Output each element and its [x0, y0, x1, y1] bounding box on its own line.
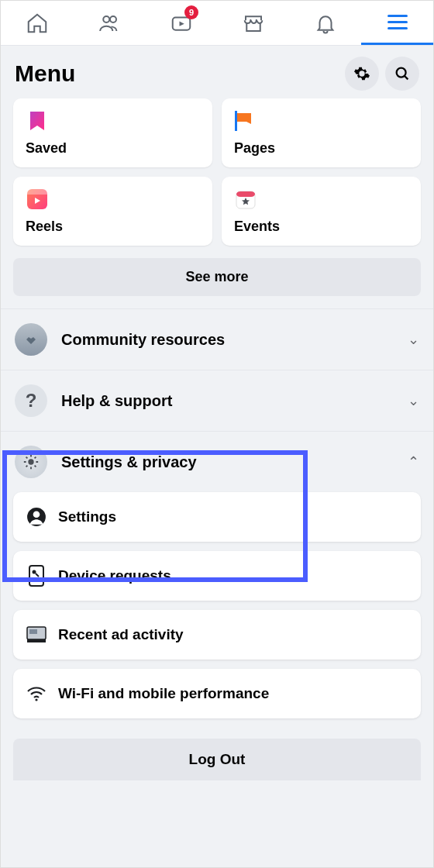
- subitem-wifi-mobile-performance[interactable]: Wi-Fi and mobile performance: [13, 669, 421, 718]
- shortcut-tiles: Saved Pages Reels Events: [1, 98, 433, 258]
- handshake-icon: [15, 323, 47, 356]
- wifi-icon: [26, 683, 47, 704]
- svg-point-17: [35, 698, 37, 701]
- marketplace-icon: [242, 12, 265, 35]
- menu-header: Menu: [1, 46, 433, 98]
- svg-rect-8: [236, 191, 255, 197]
- svg-rect-16: [27, 639, 46, 642]
- top-nav: 9: [1, 1, 433, 46]
- chevron-down-icon: ⌄: [408, 392, 419, 409]
- subitem-label: Recent ad activity: [58, 626, 184, 643]
- svg-point-0: [103, 16, 109, 22]
- tab-home[interactable]: [1, 1, 73, 45]
- svg-rect-6: [27, 189, 47, 195]
- section-community-resources[interactable]: Community resources ⌄: [1, 308, 433, 370]
- tile-label: Saved: [26, 140, 200, 157]
- section-help-support[interactable]: ? Help & support ⌄: [1, 370, 433, 431]
- section-settings-privacy[interactable]: Settings & privacy ⌃: [1, 431, 433, 492]
- search-icon: [394, 65, 411, 82]
- subitem-label: Wi-Fi and mobile performance: [58, 685, 269, 702]
- gear-icon: [15, 446, 47, 478]
- tab-notifications[interactable]: [289, 1, 361, 45]
- bell-icon: [314, 12, 337, 35]
- svg-rect-15: [29, 629, 37, 634]
- svg-point-1: [110, 16, 116, 22]
- subitem-settings[interactable]: Settings: [13, 492, 421, 542]
- section-label: Settings & privacy: [61, 453, 394, 471]
- chevron-up-icon: ⌃: [408, 453, 419, 470]
- svg-rect-12: [29, 566, 43, 586]
- tile-pages[interactable]: Pages: [222, 98, 421, 167]
- saved-icon: [26, 109, 49, 133]
- tab-marketplace[interactable]: [217, 1, 289, 45]
- page-title: Menu: [15, 60, 339, 87]
- device-icon: [26, 565, 47, 587]
- logout-button[interactable]: Log Out: [13, 739, 421, 780]
- ad-activity-icon: [26, 624, 47, 646]
- chevron-down-icon: ⌄: [408, 331, 419, 348]
- tile-reels[interactable]: Reels: [13, 177, 212, 246]
- settings-privacy-sublist: Settings Device requests Recent ad activ…: [1, 492, 433, 729]
- gear-icon: [353, 65, 370, 82]
- tile-saved[interactable]: Saved: [13, 98, 212, 167]
- subitem-recent-ad-activity[interactable]: Recent ad activity: [13, 610, 421, 660]
- tile-events[interactable]: Events: [222, 177, 421, 246]
- menu-icon: [388, 15, 408, 29]
- search-button[interactable]: [385, 57, 419, 91]
- tab-menu[interactable]: [361, 1, 433, 45]
- section-label: Community resources: [61, 331, 394, 349]
- svg-point-13: [33, 570, 36, 574]
- subitem-label: Device requests: [58, 567, 171, 584]
- subitem-label: Settings: [58, 508, 116, 525]
- svg-point-9: [28, 459, 33, 464]
- friends-icon: [98, 12, 121, 35]
- watch-badge: 9: [184, 5, 198, 19]
- person-gear-icon: [26, 506, 47, 528]
- settings-gear-button[interactable]: [345, 57, 379, 91]
- svg-point-11: [33, 511, 40, 518]
- section-label: Help & support: [61, 392, 394, 410]
- pages-icon: [234, 109, 257, 133]
- reels-icon: [26, 188, 49, 211]
- tile-label: Pages: [234, 140, 408, 157]
- tile-label: Reels: [26, 219, 200, 235]
- tab-watch[interactable]: 9: [145, 1, 217, 45]
- svg-rect-4: [235, 111, 237, 131]
- tile-label: Events: [234, 219, 408, 235]
- help-icon: ?: [15, 384, 47, 417]
- events-icon: [234, 188, 257, 211]
- see-more-button[interactable]: See more: [13, 258, 421, 296]
- home-icon: [26, 12, 49, 35]
- tab-friends[interactable]: [73, 1, 145, 45]
- subitem-device-requests[interactable]: Device requests: [13, 551, 421, 601]
